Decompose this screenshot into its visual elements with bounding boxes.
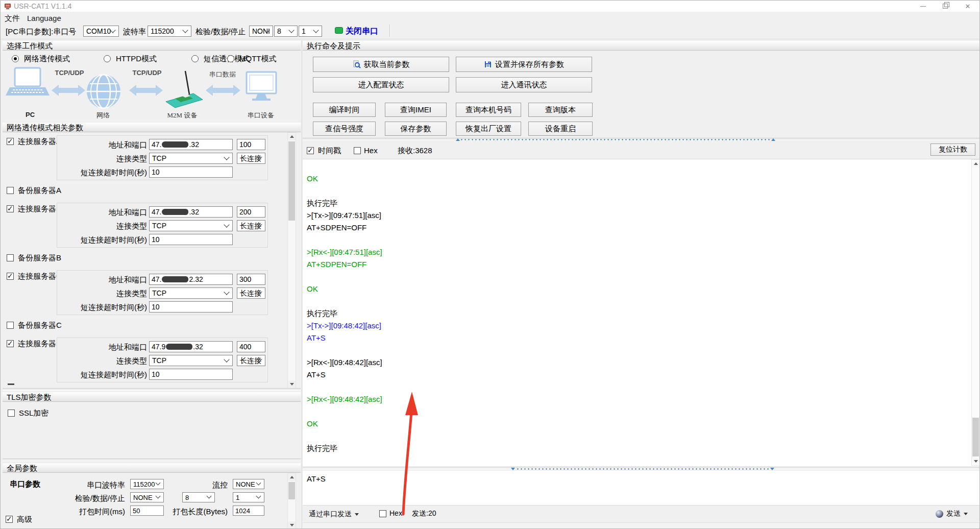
com-port-select[interactable]: COM10 bbox=[83, 26, 119, 37]
scroll-down-icon[interactable] bbox=[972, 458, 979, 465]
databits-select[interactable]: 8 bbox=[274, 26, 298, 37]
set-save-params-button[interactable]: 设置并保存所有参数 bbox=[456, 57, 592, 72]
backup-server-checkbox[interactable] bbox=[7, 187, 14, 194]
send-bar: 通过串口发送 Hex 发送:20 发送 bbox=[303, 505, 980, 522]
server-port-input[interactable]: 300 bbox=[237, 274, 265, 285]
backup-server-checkbox[interactable] bbox=[7, 322, 14, 329]
timeout-input[interactable]: 10 bbox=[149, 166, 233, 178]
splitter-handle[interactable] bbox=[460, 138, 770, 141]
g-databits-select[interactable]: 8 bbox=[182, 492, 215, 502]
scrollbar-thumb[interactable] bbox=[972, 418, 979, 456]
mode-radio[interactable] bbox=[12, 55, 19, 62]
server-port-input[interactable]: 100 bbox=[237, 139, 265, 150]
log-hex-checkbox[interactable] bbox=[354, 147, 361, 154]
server-address-input[interactable]: 47..32 bbox=[149, 139, 233, 150]
packtime-label: 打包时间(ms) bbox=[65, 507, 125, 517]
enter-comm-button[interactable]: 进入通讯状态 bbox=[456, 77, 592, 92]
send-button[interactable]: 发送 bbox=[936, 509, 968, 518]
g-baud-select[interactable]: 115200 bbox=[130, 479, 164, 489]
compile-time-button[interactable]: 编译时间 bbox=[313, 103, 376, 117]
send-input[interactable]: AT+S bbox=[303, 471, 980, 505]
scroll-up-icon[interactable] bbox=[288, 133, 296, 140]
conn-type-select[interactable]: TCP bbox=[149, 287, 233, 299]
reset-count-button[interactable]: 复位计数 bbox=[930, 143, 975, 156]
query-imei-button[interactable]: 查询IMEI bbox=[385, 103, 447, 117]
net-params-scrollbar[interactable] bbox=[287, 132, 296, 389]
baud-select[interactable]: 115200 bbox=[148, 26, 191, 37]
mode-radio[interactable] bbox=[191, 55, 199, 62]
packlen-input[interactable]: 1024 bbox=[233, 506, 264, 516]
conn-type-select[interactable]: TCP bbox=[149, 153, 233, 164]
scroll-up-icon[interactable] bbox=[288, 473, 296, 481]
g-parity-select[interactable]: NONE bbox=[130, 492, 164, 502]
get-params-button[interactable]: 获取当前参数 bbox=[313, 57, 449, 72]
scrollbar-thumb[interactable] bbox=[288, 482, 295, 499]
packtime-input[interactable]: 50 bbox=[130, 506, 164, 516]
flow-select[interactable]: NONE bbox=[233, 479, 264, 489]
timestamp-checkbox[interactable] bbox=[307, 147, 314, 154]
g-stopbits-select[interactable]: 1 bbox=[233, 492, 264, 502]
backup-server-checkbox[interactable] bbox=[7, 254, 14, 261]
keep-alive-select[interactable]: 长连接 bbox=[237, 287, 265, 299]
ssl-checkbox[interactable] bbox=[8, 410, 15, 417]
connect-server-checkbox[interactable] bbox=[7, 205, 14, 212]
close-button[interactable]: ✕ bbox=[957, 1, 979, 12]
connect-server-checkbox[interactable] bbox=[7, 273, 14, 280]
menu-file[interactable]: 文件 bbox=[5, 14, 20, 23]
close-port-button[interactable]: 关闭串口 bbox=[346, 26, 378, 37]
restore-button[interactable] bbox=[934, 1, 957, 12]
enter-config-button[interactable]: 进入配置状态 bbox=[313, 77, 449, 92]
panel-divider bbox=[302, 40, 302, 529]
minimize-button[interactable] bbox=[912, 1, 934, 12]
query-signal-button[interactable]: 查信号强度 bbox=[313, 122, 376, 136]
chevron-down-icon bbox=[224, 289, 229, 295]
query-version-button[interactable]: 查询版本 bbox=[528, 103, 593, 117]
conn-type-select[interactable]: TCP bbox=[149, 355, 233, 366]
parity-select[interactable]: NONI bbox=[249, 26, 273, 37]
conn-type-select[interactable]: TCP bbox=[149, 220, 233, 231]
flow-value: NONE bbox=[236, 480, 255, 488]
save-params-button[interactable]: 保存参数 bbox=[385, 122, 447, 136]
server-address-input[interactable]: 47.9.32 bbox=[149, 341, 233, 352]
device-restart-button[interactable]: 设备重启 bbox=[528, 122, 593, 136]
conn-type-label: 连接类型 bbox=[61, 222, 147, 231]
server-address-input[interactable]: 47..32 bbox=[149, 206, 233, 218]
send-via-serial-button[interactable]: 通过串口发送 bbox=[309, 510, 359, 519]
server-port-input[interactable]: 200 bbox=[237, 206, 265, 218]
timeout-label: 短连接超时时间(秒) bbox=[61, 370, 147, 380]
keep-alive-select[interactable]: 长连接 bbox=[237, 153, 265, 164]
mode-radio[interactable] bbox=[104, 55, 111, 62]
scroll-down-icon[interactable] bbox=[288, 521, 296, 529]
connect-server-checkbox[interactable] bbox=[7, 138, 14, 145]
server-address-input[interactable]: 47.2.32 bbox=[149, 274, 233, 285]
mode-radio[interactable] bbox=[227, 55, 234, 62]
log-line: 执行完毕 bbox=[307, 197, 970, 209]
server-port-input[interactable]: 400 bbox=[237, 341, 265, 352]
advanced-checkbox[interactable] bbox=[6, 516, 13, 523]
factory-reset-button[interactable]: 恢复出厂设置 bbox=[456, 122, 521, 136]
scrollbar-thumb[interactable] bbox=[288, 141, 295, 221]
log-scrollbar[interactable] bbox=[971, 159, 980, 466]
server-block: 连接服务器B 地址和端口 47..32 200 连接类型 TCP 长连接 短连接… bbox=[3, 203, 301, 270]
log-area[interactable]: OK 执行完毕>[Tx->][09:47:51][asc]AT+SDPEN=OF… bbox=[303, 159, 980, 467]
keep-alive-select[interactable]: 长连接 bbox=[237, 355, 265, 366]
send-hex-checkbox[interactable] bbox=[379, 510, 386, 517]
backup-server-label: 备份服务器A bbox=[18, 186, 61, 196]
splitter-handle[interactable] bbox=[516, 468, 769, 470]
keep-alive-select[interactable]: 长连接 bbox=[237, 220, 265, 231]
chevron-down-icon bbox=[182, 27, 188, 33]
global-params-scrollbar[interactable] bbox=[287, 473, 296, 529]
timeout-input[interactable]: 10 bbox=[149, 369, 233, 380]
timeout-input[interactable]: 10 bbox=[149, 234, 233, 245]
timeout-input[interactable]: 10 bbox=[149, 301, 233, 312]
stopbits-select[interactable]: 1 bbox=[299, 26, 322, 37]
scroll-up-icon[interactable] bbox=[972, 160, 979, 167]
server-block: 连接服务器C 地址和端口 47.2.32 300 连接类型 TCP 长连接 短连… bbox=[3, 270, 301, 338]
scroll-down-icon[interactable] bbox=[288, 380, 296, 388]
baud-label: 波特率 bbox=[123, 27, 146, 37]
log-line bbox=[307, 430, 970, 442]
node-label-m2m: M2M 设备 bbox=[162, 111, 203, 120]
menu-language[interactable]: Language bbox=[27, 14, 61, 22]
query-number-button[interactable]: 查询本机号码 bbox=[456, 103, 521, 117]
connect-server-checkbox[interactable] bbox=[7, 340, 14, 347]
